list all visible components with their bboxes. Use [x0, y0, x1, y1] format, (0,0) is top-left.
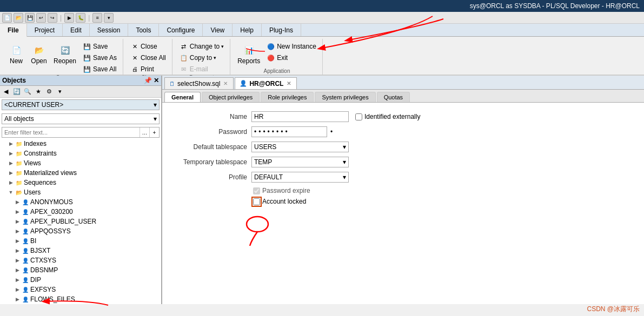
- exit-button[interactable]: 🔴 Exit: [264, 52, 319, 63]
- save-all-button[interactable]: 💾 Save All: [80, 64, 119, 75]
- sql-tab-close[interactable]: ✕: [222, 80, 229, 87]
- filter-options-btn[interactable]: …: [140, 127, 149, 137]
- content-tab-sys-priv[interactable]: System privileges: [315, 92, 375, 102]
- expand-dbsnmp[interactable]: ▶: [14, 267, 21, 273]
- tab-view[interactable]: View: [203, 24, 233, 36]
- tree-item-dbsnmp[interactable]: ▶ 👤 DBSNMP: [0, 265, 161, 275]
- email-button[interactable]: ✉ E-mail: [177, 64, 227, 75]
- qa-run-btn[interactable]: ▶: [64, 13, 74, 23]
- expand-flows[interactable]: ▶: [14, 296, 21, 302]
- filter-input[interactable]: [2, 128, 140, 137]
- tree-item-apex-public[interactable]: ▶ 👤 APEX_PUBLIC_USER: [0, 217, 161, 226]
- save-as-button[interactable]: 💾 Save As: [80, 52, 119, 63]
- qa-misc-btn[interactable]: ≡: [92, 13, 102, 23]
- qa-redo-btn[interactable]: ↪: [48, 13, 57, 23]
- tree-item-flows-files[interactable]: ▶ 👤 FLOWS_FILES: [0, 294, 161, 304]
- temp-ts-select[interactable]: TEMP ▾: [251, 157, 349, 167]
- tab-tools[interactable]: Tools: [128, 24, 159, 36]
- expand-appqossys[interactable]: ▶: [14, 228, 21, 234]
- new-instance-button[interactable]: 🔵 New Instance: [264, 41, 319, 52]
- tree-item-constraints[interactable]: ▶ 📁 Constraints: [0, 149, 161, 158]
- copy-to-button[interactable]: 📋 Copy to ▾: [177, 52, 227, 63]
- tree-item-sequences[interactable]: ▶ 📁 Sequences: [0, 178, 161, 187]
- doc-tab-hr[interactable]: 👤 HR@ORCL ✕: [235, 77, 297, 89]
- tree-item-bjsxt[interactable]: ▶ 👤 BJSXT: [0, 246, 161, 256]
- expand-dip[interactable]: ▶: [14, 277, 21, 283]
- tab-help[interactable]: Help: [233, 24, 262, 36]
- qa-new-btn[interactable]: 📄: [2, 13, 12, 23]
- expand-sequences[interactable]: ▶: [8, 179, 14, 186]
- tab-configure[interactable]: Configure: [159, 24, 203, 36]
- expand-anonymous[interactable]: ▶: [14, 199, 21, 205]
- panel-close-btn[interactable]: ✕: [154, 77, 159, 84]
- tree-label-apex: APEX_030200: [30, 208, 73, 216]
- new-button[interactable]: 📄 New: [5, 41, 27, 68]
- panel-more-btn[interactable]: ▾: [55, 87, 65, 97]
- tree-item-appqossys[interactable]: ▶ 👤 APPQOSSYS: [0, 226, 161, 236]
- tree-item-views[interactable]: ▶ 📁 Views: [0, 158, 161, 168]
- reports-button[interactable]: 📊 Reports: [235, 41, 263, 68]
- profile-select[interactable]: DEFAULT ▾: [251, 172, 349, 183]
- content-tab-quotas[interactable]: Quotas: [377, 92, 410, 102]
- expand-views[interactable]: ▶: [8, 160, 14, 166]
- open-button[interactable]: 📂 Open: [28, 41, 50, 68]
- qa-undo-btn[interactable]: ↩: [36, 13, 46, 23]
- reopen-button[interactable]: 🔄 Reopen: [51, 41, 79, 68]
- user-selector[interactable]: <CURRENT USER> ▾: [2, 99, 160, 110]
- expand-apex-public[interactable]: ▶: [14, 218, 21, 225]
- expand-ctxsys[interactable]: ▶: [14, 257, 21, 264]
- tree-item-anonymous[interactable]: ▶ 👤 ANONYMOUS: [0, 197, 161, 207]
- expand-bjsxt[interactable]: ▶: [14, 247, 21, 254]
- tab-edit[interactable]: Edit: [63, 24, 90, 36]
- name-input[interactable]: [251, 111, 349, 122]
- print-button[interactable]: 🖨 Print: [128, 64, 169, 75]
- tree-item-exfsys[interactable]: ▶ 👤 EXFSYS: [0, 285, 161, 294]
- expand-constraints[interactable]: ▶: [8, 150, 14, 157]
- panel-settings-btn[interactable]: ⚙: [44, 87, 54, 97]
- expand-bi[interactable]: ▶: [14, 238, 21, 244]
- tree-label-bi: BI: [30, 237, 36, 245]
- panel-back-btn[interactable]: ◀: [1, 87, 11, 97]
- tree-item-bi[interactable]: ▶ 👤 BI: [0, 236, 161, 246]
- tab-file[interactable]: File: [0, 24, 27, 37]
- expand-exfsys[interactable]: ▶: [14, 286, 21, 293]
- expand-indexes[interactable]: ▶: [8, 140, 14, 147]
- expand-mat-views[interactable]: ▶: [8, 170, 14, 176]
- change-to-button[interactable]: ⇄ Change to ▾: [177, 41, 227, 52]
- tree-item-dip[interactable]: ▶ 👤 DIP: [0, 275, 161, 285]
- filter-new-btn[interactable]: +: [149, 127, 159, 137]
- hr-tab-close[interactable]: ✕: [286, 80, 292, 87]
- tree-item-mat-views[interactable]: ▶ 📁 Materialized views: [0, 168, 161, 178]
- close-button[interactable]: ✕ Close: [128, 41, 169, 52]
- obj-type-selector[interactable]: All objects ▾: [2, 113, 160, 124]
- acct-locked-checkbox[interactable]: [253, 198, 260, 205]
- password-input[interactable]: [251, 126, 327, 137]
- close-all-button[interactable]: ✕ Close All: [128, 52, 169, 63]
- content-tab-obj-priv[interactable]: Object privileges: [202, 92, 260, 102]
- tree-item-ctxsys[interactable]: ▶ 👤 CTXSYS: [0, 256, 161, 265]
- panel-pin-btn[interactable]: 📌: [144, 77, 152, 84]
- qa-config-btn[interactable]: ▾: [104, 13, 114, 23]
- tree-item-users[interactable]: ▼ 📂 Users: [0, 187, 161, 197]
- qa-open-btn[interactable]: 📂: [14, 13, 23, 23]
- tree-item-indexes[interactable]: ▶ 📁 Indexes: [0, 139, 161, 149]
- tab-session[interactable]: Session: [90, 24, 129, 36]
- expand-users[interactable]: ▼: [8, 189, 14, 196]
- qa-debug-btn[interactable]: 🐛: [76, 13, 85, 23]
- tree-item-apex030200[interactable]: ▶ 👤 APEX_030200: [0, 207, 161, 217]
- tab-plugins[interactable]: Plug-Ins: [262, 24, 301, 36]
- default-ts-select[interactable]: USERS ▾: [251, 142, 349, 152]
- qa-save-btn[interactable]: 💾: [25, 13, 35, 23]
- panel-refresh-btn[interactable]: 🔄: [12, 87, 22, 97]
- tab-project[interactable]: Project: [27, 24, 63, 36]
- objects-panel: Objects 📌 ✕ ◀ 🔄 🔍 ★ ⚙ ▾ <CURRENT USER> ▾…: [0, 76, 162, 304]
- pw-expire-checkbox[interactable]: [253, 187, 260, 194]
- save-button[interactable]: 💾 Save: [80, 41, 119, 52]
- panel-filter-btn[interactable]: 🔍: [23, 87, 32, 97]
- content-tab-general[interactable]: General: [164, 92, 201, 102]
- expand-apex[interactable]: ▶: [14, 209, 21, 215]
- doc-tab-sql[interactable]: 🗒 selectShow.sql ✕: [164, 77, 234, 89]
- panel-bookmark-btn[interactable]: ★: [34, 87, 43, 97]
- identified-ext-checkbox[interactable]: [355, 113, 362, 120]
- content-tab-role-priv[interactable]: Role privileges: [261, 92, 314, 102]
